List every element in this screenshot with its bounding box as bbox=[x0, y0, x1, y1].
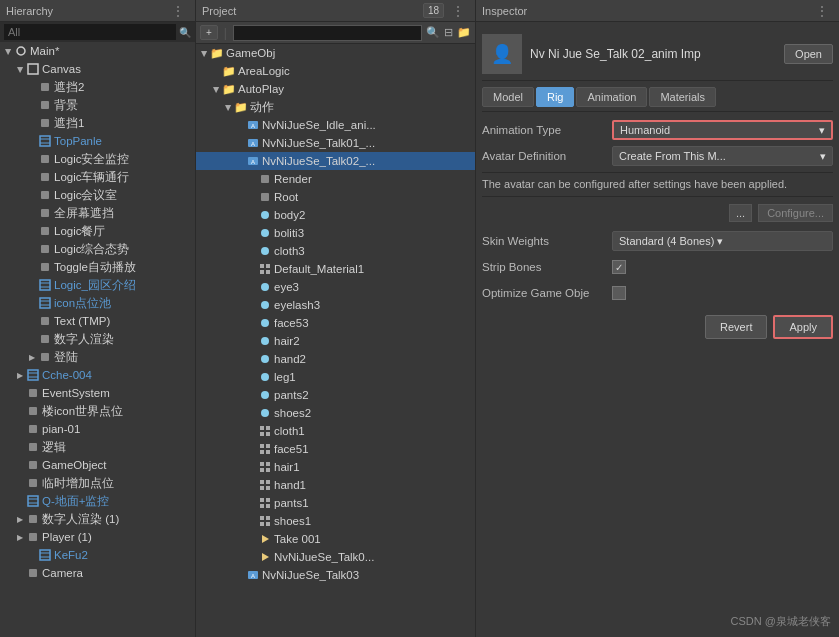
hierarchy-item-canvas[interactable]: ▶Canvas bbox=[0, 60, 195, 78]
hierarchy-item-eventsystem[interactable]: EventSystem bbox=[0, 384, 195, 402]
project-item-eyelash3[interactable]: eyelash3 bbox=[196, 296, 475, 314]
project-item-hair2[interactable]: hair2 bbox=[196, 332, 475, 350]
tree-item-icon bbox=[38, 350, 52, 364]
project-header: Project 18 ⋮ bbox=[196, 0, 475, 22]
search-icon[interactable]: 🔍 bbox=[426, 26, 440, 39]
project-item-take001[interactable]: Take 001 bbox=[196, 530, 475, 548]
hierarchy-item-gameobject[interactable]: GameObject bbox=[0, 456, 195, 474]
optimize-checkbox[interactable] bbox=[612, 286, 626, 300]
hierarchy-item-pian01[interactable]: pian-01 bbox=[0, 420, 195, 438]
svg-point-0 bbox=[17, 47, 25, 55]
svg-rect-31 bbox=[29, 461, 37, 469]
project-item-shoes2[interactable]: shoes2 bbox=[196, 404, 475, 422]
hierarchy-item-cche004[interactable]: ▶Cche-004 bbox=[0, 366, 195, 384]
hierarchy-item-render[interactable]: 数字人渲染 bbox=[0, 330, 195, 348]
project-item-render_node[interactable]: Render bbox=[196, 170, 475, 188]
project-menu-icon[interactable]: ⋮ bbox=[447, 3, 469, 19]
tab-model[interactable]: Model bbox=[482, 87, 534, 107]
hierarchy-item-camera[interactable]: Camera bbox=[0, 564, 195, 582]
project-item-cloth1[interactable]: cloth1 bbox=[196, 422, 475, 440]
project-item-pants1[interactable]: pants1 bbox=[196, 494, 475, 512]
tab-materials[interactable]: Materials bbox=[649, 87, 716, 107]
hierarchy-item-logic4[interactable]: Logic餐厅 bbox=[0, 222, 195, 240]
hierarchy-item-yizhe1[interactable]: 遮挡1 bbox=[0, 114, 195, 132]
hierarchy-menu-icon[interactable]: ⋮ bbox=[167, 3, 189, 19]
hierarchy-item-toggle[interactable]: Toggle自动播放 bbox=[0, 258, 195, 276]
hierarchy-item-qjianr[interactable]: Q-地面+监控 bbox=[0, 492, 195, 510]
project-item-talk0_b[interactable]: NvNiJueSe_Talk0... bbox=[196, 548, 475, 566]
project-search-input[interactable] bbox=[233, 25, 422, 41]
project-item-icon bbox=[258, 460, 272, 474]
filter-icon[interactable]: ⊟ bbox=[444, 26, 453, 39]
project-item-cloth3[interactable]: cloth3 bbox=[196, 242, 475, 260]
project-item-hand2[interactable]: hand2 bbox=[196, 350, 475, 368]
hierarchy-item-linshi[interactable]: 临时增加点位 bbox=[0, 474, 195, 492]
add-button[interactable]: + bbox=[200, 25, 218, 40]
strip-bones-checkbox[interactable]: ✓ bbox=[612, 260, 626, 274]
ellipsis-button[interactable]: ... bbox=[729, 204, 752, 222]
hierarchy-item-quanping[interactable]: 全屏幕遮挡 bbox=[0, 204, 195, 222]
avatar-dropdown-arrow-icon: ▾ bbox=[820, 150, 826, 163]
hierarchy-item-logicpark[interactable]: Logic_园区介绍 bbox=[0, 276, 195, 294]
project-item-action[interactable]: ▶📁动作 bbox=[196, 98, 475, 116]
svg-rect-18 bbox=[40, 298, 50, 308]
hierarchy-item-player[interactable]: ▶Player (1) bbox=[0, 528, 195, 546]
project-item-talk03[interactable]: ANvNiJueSe_Talk03 bbox=[196, 566, 475, 584]
tree-item-icon bbox=[38, 314, 52, 328]
tab-rig[interactable]: Rig bbox=[536, 87, 575, 107]
project-item-eye3[interactable]: eye3 bbox=[196, 278, 475, 296]
project-item-face53[interactable]: face53 bbox=[196, 314, 475, 332]
project-item-body2[interactable]: body2 bbox=[196, 206, 475, 224]
hierarchy-item-text[interactable]: Text (TMP) bbox=[0, 312, 195, 330]
avatar-definition-label: Avatar Definition bbox=[482, 150, 612, 162]
hierarchy-item-luoji[interactable]: 逻辑 bbox=[0, 438, 195, 456]
hierarchy-item-logic2[interactable]: Logic车辆通行 bbox=[0, 168, 195, 186]
project-item-pants2[interactable]: pants2 bbox=[196, 386, 475, 404]
folder-icon-btn[interactable]: 📁 bbox=[457, 26, 471, 39]
hierarchy-item-shuziren[interactable]: ▶数字人渲染 (1) bbox=[0, 510, 195, 528]
project-item-boliti3[interactable]: boliti3 bbox=[196, 224, 475, 242]
project-item-icon: 📁 bbox=[210, 46, 224, 60]
project-item-shoes1[interactable]: shoes1 bbox=[196, 512, 475, 530]
hierarchy-search-icon[interactable]: 🔍 bbox=[179, 27, 191, 38]
project-item-autoplay[interactable]: ▶📁AutoPlay bbox=[196, 80, 475, 98]
hierarchy-item-main[interactable]: ▶Main* bbox=[0, 42, 195, 60]
inspector-menu-icon[interactable]: ⋮ bbox=[811, 3, 833, 19]
hierarchy-item-toppanle[interactable]: TopPanle bbox=[0, 132, 195, 150]
project-item-talk02[interactable]: ANvNiJueSe_Talk02_... bbox=[196, 152, 475, 170]
skin-weights-row: Skin Weights Standard (4 Bones) ▾ bbox=[482, 231, 833, 251]
project-item-hand1[interactable]: hand1 bbox=[196, 476, 475, 494]
open-button[interactable]: Open bbox=[784, 44, 833, 64]
project-item-gameobj_root[interactable]: ▶📁GameObj bbox=[196, 44, 475, 62]
project-item-root_node[interactable]: Root bbox=[196, 188, 475, 206]
tab-animation[interactable]: Animation bbox=[576, 87, 647, 107]
hierarchy-item-logic1[interactable]: Logic安全监控 bbox=[0, 150, 195, 168]
hierarchy-item-kefu2[interactable]: KeFu2 bbox=[0, 546, 195, 564]
project-item-label: shoes2 bbox=[274, 407, 311, 419]
project-item-talk01[interactable]: ANvNiJueSe_Talk01_... bbox=[196, 134, 475, 152]
skin-weights-dropdown[interactable]: Standard (4 Bones) ▾ bbox=[612, 231, 833, 251]
hierarchy-item-denglu[interactable]: ▶登陆 bbox=[0, 348, 195, 366]
configure-button[interactable]: Configure... bbox=[758, 204, 833, 222]
hierarchy-search-input[interactable] bbox=[4, 24, 176, 40]
hierarchy-item-logic3[interactable]: Logic会议室 bbox=[0, 186, 195, 204]
tree-item-icon bbox=[14, 44, 28, 58]
project-item-idle[interactable]: ANvNiJueSe_Idle_ani... bbox=[196, 116, 475, 134]
project-item-face51[interactable]: face51 bbox=[196, 440, 475, 458]
hierarchy-item-biaolou[interactable]: 楼icon世界点位 bbox=[0, 402, 195, 420]
hierarchy-item-icon[interactable]: icon点位池 bbox=[0, 294, 195, 312]
hierarchy-item-yizhe2[interactable]: 遮挡2 bbox=[0, 78, 195, 96]
hierarchy-item-beijing[interactable]: 背景 bbox=[0, 96, 195, 114]
project-item-hair1[interactable]: hair1 bbox=[196, 458, 475, 476]
apply-button[interactable]: Apply bbox=[773, 315, 833, 339]
project-item-leg1[interactable]: leg1 bbox=[196, 368, 475, 386]
avatar-definition-dropdown[interactable]: Create From This M... ▾ bbox=[612, 146, 833, 166]
svg-point-62 bbox=[261, 373, 269, 381]
revert-button[interactable]: Revert bbox=[705, 315, 767, 339]
project-item-arealogic[interactable]: 📁AreaLogic bbox=[196, 62, 475, 80]
animation-type-dropdown[interactable]: Humanoid ▾ bbox=[612, 120, 833, 140]
hierarchy-item-logic5[interactable]: Logic综合态势 bbox=[0, 240, 195, 258]
project-item-icon bbox=[258, 172, 272, 186]
project-item-defmat[interactable]: Default_Material1 bbox=[196, 260, 475, 278]
optimize-row: Optimize Game Obje bbox=[482, 283, 833, 303]
